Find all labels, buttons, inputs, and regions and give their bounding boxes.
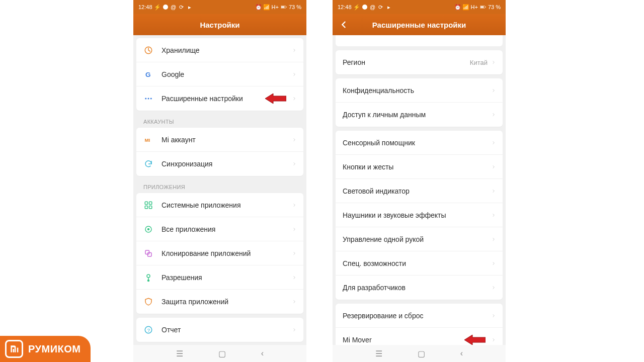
chevron-right-icon <box>292 226 296 233</box>
signal-icon: 📶 <box>264 4 270 10</box>
at-icon: @ <box>370 4 376 10</box>
svg-rect-26 <box>485 7 486 8</box>
row-label: Спец. возможности <box>343 259 492 267</box>
svg-point-6 <box>145 98 146 100</box>
row-label: Синхронизация <box>162 160 292 168</box>
row-label: Google <box>162 70 292 78</box>
settings-row[interactable]: Доступ к личным данным <box>336 103 503 127</box>
report-icon: ? <box>143 325 153 335</box>
row-label: Резервирование и сброс <box>343 312 492 320</box>
play-icon: ▸ <box>386 4 392 10</box>
chevron-right-icon <box>492 87 496 94</box>
nav-recent-icon[interactable]: ☰ <box>375 349 382 358</box>
back-button[interactable] <box>340 20 349 29</box>
settings-row[interactable]: Наушники и звуковые эффекты <box>336 203 503 227</box>
allapps-icon <box>143 224 153 234</box>
row-label: Хранилище <box>162 46 292 54</box>
nav-recent-icon[interactable]: ☰ <box>176 349 183 358</box>
status-bar: 12:48 ⚡ @ ⟳ ▸ ⏰ 📶 H+ 73 % <box>133 0 306 14</box>
settings-row[interactable]: Mi Mover <box>336 328 503 345</box>
nav-home-icon[interactable]: ▢ <box>418 349 425 358</box>
settings-row[interactable]: Разрешения <box>136 265 303 290</box>
settings-row[interactable]: Спец. возможности <box>336 251 503 276</box>
settings-row[interactable]: MIMi аккаунт <box>136 128 303 152</box>
svg-point-19 <box>147 275 150 278</box>
headset-icon: ⟳ <box>378 4 384 10</box>
svg-point-20 <box>148 280 149 281</box>
row-label: Расширенные настройки <box>162 95 292 103</box>
at-icon: @ <box>171 4 177 10</box>
settings-row[interactable]: GGoogle <box>136 62 303 86</box>
chevron-right-icon <box>292 298 296 305</box>
section-label: ПРИЛОЖЕНИЯ <box>136 180 303 193</box>
settings-group: Сенсорный помощникКнопки и жестыСветовой… <box>336 131 503 300</box>
chevron-right-icon <box>492 284 496 291</box>
status-battery: 73 % <box>488 4 501 10</box>
row-label: Клонирование приложений <box>162 249 292 257</box>
phone-right: 12:48 ⚡ @ ⟳ ▸ ⏰ 📶 H+ 73 % Расширенные на… <box>333 0 506 362</box>
settings-row[interactable]: Защита приложений <box>136 290 303 314</box>
settings-row[interactable]: Расширенные настройки <box>136 86 303 111</box>
chevron-right-icon <box>292 95 296 102</box>
google-icon: G <box>143 69 153 79</box>
signal-icon: 📶 <box>463 4 469 10</box>
chevron-right-icon <box>492 236 496 243</box>
settings-row[interactable]: Для разработчиков <box>336 276 503 300</box>
chevron-right-icon <box>292 274 296 281</box>
svg-rect-11 <box>145 202 147 204</box>
chevron-right-icon <box>492 111 496 118</box>
settings-group: MIMi аккаунтСинхронизация <box>136 128 303 176</box>
nav-back-icon[interactable]: ‹ <box>261 349 264 358</box>
row-label: Световой индикатор <box>343 187 492 195</box>
section-label: АККАУНТЫ <box>136 115 303 128</box>
settings-group: РегионКитай <box>336 50 503 74</box>
settings-row[interactable]: Сенсорный помощник <box>336 131 503 155</box>
chevron-right-icon <box>492 336 496 343</box>
row-label: Конфиденциальность <box>343 86 492 95</box>
watermark: РУМИКОМ <box>0 336 91 362</box>
svg-point-8 <box>150 98 152 100</box>
row-value: Китай <box>470 59 488 66</box>
battery-icon <box>480 4 486 10</box>
settings-row[interactable]: Кнопки и жесты <box>336 155 503 179</box>
settings-row[interactable]: Конфиденциальность <box>336 78 503 103</box>
chevron-right-icon <box>492 188 496 195</box>
status-net: H+ <box>272 4 279 10</box>
row-label: Управление одной рукой <box>343 235 492 243</box>
logo-icon <box>5 340 23 358</box>
row-label: Разрешения <box>162 274 292 282</box>
settings-row[interactable]: Хранилище <box>136 38 303 62</box>
more-icon <box>143 94 153 104</box>
chevron-right-icon <box>292 136 296 143</box>
shield-icon <box>143 297 153 307</box>
row-label: Mi аккаунт <box>162 136 292 144</box>
nav-back-icon[interactable]: ‹ <box>460 349 463 358</box>
settings-row[interactable]: Управление одной рукой <box>336 227 503 251</box>
svg-text:G: G <box>145 70 151 78</box>
chevron-right-icon <box>492 139 496 146</box>
row-label: Наушники и звуковые эффекты <box>343 211 492 219</box>
clone-icon <box>143 248 153 258</box>
storage-icon <box>143 45 153 55</box>
settings-row[interactable]: Клонирование приложений <box>136 241 303 265</box>
chevron-right-icon <box>292 326 296 333</box>
svg-point-7 <box>148 98 149 100</box>
svg-text:MI: MI <box>145 137 150 142</box>
settings-row[interactable]: Системные приложения <box>136 193 303 217</box>
svg-rect-12 <box>149 202 152 204</box>
settings-row[interactable]: Синхронизация <box>136 152 303 176</box>
headset-icon: ⟳ <box>179 4 185 10</box>
svg-rect-13 <box>145 206 147 208</box>
nav-home-icon[interactable]: ▢ <box>218 349 226 358</box>
bolt-icon: ⚡ <box>154 4 160 10</box>
settings-group: КонфиденциальностьДоступ к личным данным <box>336 78 503 127</box>
settings-row[interactable]: РегионКитай <box>336 50 503 74</box>
settings-row[interactable]: Все приложения <box>136 217 303 241</box>
partial-row <box>336 35 503 46</box>
telegram-icon <box>163 4 169 10</box>
telegram-icon <box>362 4 368 10</box>
settings-row[interactable]: Световой индикатор <box>336 179 503 203</box>
settings-row[interactable]: Резервирование и сброс <box>336 304 503 328</box>
settings-row[interactable]: ?Отчет <box>136 318 303 342</box>
chevron-right-icon <box>292 160 296 167</box>
